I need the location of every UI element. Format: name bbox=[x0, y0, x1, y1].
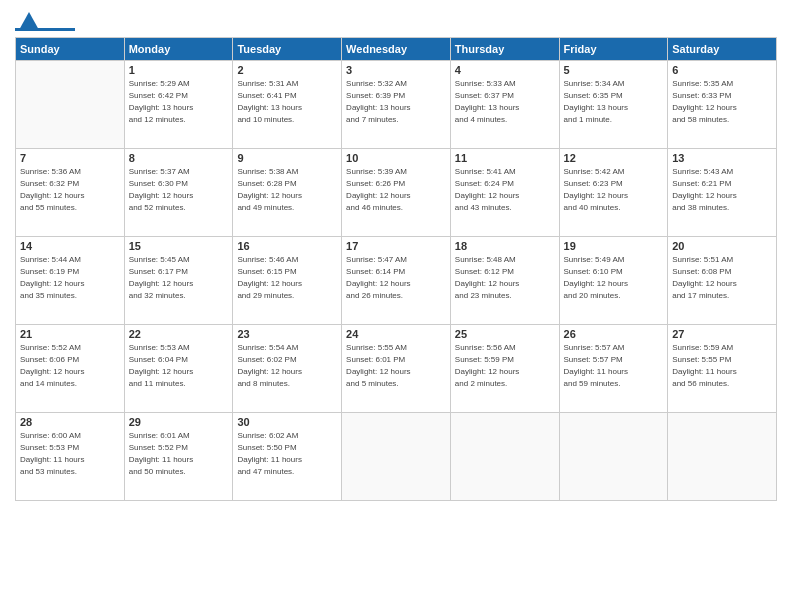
calendar-cell: 18Sunrise: 5:48 AM Sunset: 6:12 PM Dayli… bbox=[450, 237, 559, 325]
calendar-cell: 15Sunrise: 5:45 AM Sunset: 6:17 PM Dayli… bbox=[124, 237, 233, 325]
day-number: 13 bbox=[672, 152, 772, 164]
day-info: Sunrise: 5:47 AM Sunset: 6:14 PM Dayligh… bbox=[346, 254, 446, 302]
day-number: 15 bbox=[129, 240, 229, 252]
calendar-cell bbox=[668, 413, 777, 501]
day-info: Sunrise: 5:38 AM Sunset: 6:28 PM Dayligh… bbox=[237, 166, 337, 214]
calendar-cell: 19Sunrise: 5:49 AM Sunset: 6:10 PM Dayli… bbox=[559, 237, 668, 325]
day-info: Sunrise: 5:53 AM Sunset: 6:04 PM Dayligh… bbox=[129, 342, 229, 390]
week-row-1: 1Sunrise: 5:29 AM Sunset: 6:42 PM Daylig… bbox=[16, 61, 777, 149]
day-info: Sunrise: 5:43 AM Sunset: 6:21 PM Dayligh… bbox=[672, 166, 772, 214]
day-number: 21 bbox=[20, 328, 120, 340]
day-info: Sunrise: 5:29 AM Sunset: 6:42 PM Dayligh… bbox=[129, 78, 229, 126]
day-number: 14 bbox=[20, 240, 120, 252]
calendar-cell: 2Sunrise: 5:31 AM Sunset: 6:41 PM Daylig… bbox=[233, 61, 342, 149]
page-container: SundayMondayTuesdayWednesdayThursdayFrid… bbox=[0, 0, 792, 511]
calendar-cell: 7Sunrise: 5:36 AM Sunset: 6:32 PM Daylig… bbox=[16, 149, 125, 237]
calendar-cell: 27Sunrise: 5:59 AM Sunset: 5:55 PM Dayli… bbox=[668, 325, 777, 413]
day-number: 5 bbox=[564, 64, 664, 76]
calendar-cell: 17Sunrise: 5:47 AM Sunset: 6:14 PM Dayli… bbox=[342, 237, 451, 325]
calendar-cell: 1Sunrise: 5:29 AM Sunset: 6:42 PM Daylig… bbox=[124, 61, 233, 149]
calendar-cell: 11Sunrise: 5:41 AM Sunset: 6:24 PM Dayli… bbox=[450, 149, 559, 237]
day-info: Sunrise: 5:52 AM Sunset: 6:06 PM Dayligh… bbox=[20, 342, 120, 390]
day-info: Sunrise: 5:31 AM Sunset: 6:41 PM Dayligh… bbox=[237, 78, 337, 126]
header-row: SundayMondayTuesdayWednesdayThursdayFrid… bbox=[16, 38, 777, 61]
day-number: 16 bbox=[237, 240, 337, 252]
day-number: 27 bbox=[672, 328, 772, 340]
day-number: 28 bbox=[20, 416, 120, 428]
day-info: Sunrise: 5:59 AM Sunset: 5:55 PM Dayligh… bbox=[672, 342, 772, 390]
day-info: Sunrise: 5:54 AM Sunset: 6:02 PM Dayligh… bbox=[237, 342, 337, 390]
week-row-4: 21Sunrise: 5:52 AM Sunset: 6:06 PM Dayli… bbox=[16, 325, 777, 413]
calendar-cell: 25Sunrise: 5:56 AM Sunset: 5:59 PM Dayli… bbox=[450, 325, 559, 413]
calendar-cell: 10Sunrise: 5:39 AM Sunset: 6:26 PM Dayli… bbox=[342, 149, 451, 237]
day-info: Sunrise: 5:39 AM Sunset: 6:26 PM Dayligh… bbox=[346, 166, 446, 214]
calendar-cell: 12Sunrise: 5:42 AM Sunset: 6:23 PM Dayli… bbox=[559, 149, 668, 237]
calendar-cell: 5Sunrise: 5:34 AM Sunset: 6:35 PM Daylig… bbox=[559, 61, 668, 149]
calendar-cell: 26Sunrise: 5:57 AM Sunset: 5:57 PM Dayli… bbox=[559, 325, 668, 413]
calendar-cell: 9Sunrise: 5:38 AM Sunset: 6:28 PM Daylig… bbox=[233, 149, 342, 237]
logo bbox=[15, 10, 75, 31]
calendar-cell bbox=[342, 413, 451, 501]
day-number: 3 bbox=[346, 64, 446, 76]
day-number: 25 bbox=[455, 328, 555, 340]
calendar-cell: 30Sunrise: 6:02 AM Sunset: 5:50 PM Dayli… bbox=[233, 413, 342, 501]
day-number: 6 bbox=[672, 64, 772, 76]
calendar-table: SundayMondayTuesdayWednesdayThursdayFrid… bbox=[15, 37, 777, 501]
day-info: Sunrise: 5:37 AM Sunset: 6:30 PM Dayligh… bbox=[129, 166, 229, 214]
calendar-cell: 24Sunrise: 5:55 AM Sunset: 6:01 PM Dayli… bbox=[342, 325, 451, 413]
calendar-cell: 28Sunrise: 6:00 AM Sunset: 5:53 PM Dayli… bbox=[16, 413, 125, 501]
calendar-cell bbox=[450, 413, 559, 501]
day-number: 4 bbox=[455, 64, 555, 76]
day-number: 2 bbox=[237, 64, 337, 76]
day-info: Sunrise: 5:35 AM Sunset: 6:33 PM Dayligh… bbox=[672, 78, 772, 126]
logo-block bbox=[15, 10, 75, 31]
day-number: 10 bbox=[346, 152, 446, 164]
day-number: 7 bbox=[20, 152, 120, 164]
day-number: 19 bbox=[564, 240, 664, 252]
day-info: Sunrise: 5:48 AM Sunset: 6:12 PM Dayligh… bbox=[455, 254, 555, 302]
day-info: Sunrise: 5:56 AM Sunset: 5:59 PM Dayligh… bbox=[455, 342, 555, 390]
day-info: Sunrise: 5:33 AM Sunset: 6:37 PM Dayligh… bbox=[455, 78, 555, 126]
day-info: Sunrise: 5:46 AM Sunset: 6:15 PM Dayligh… bbox=[237, 254, 337, 302]
day-number: 29 bbox=[129, 416, 229, 428]
day-info: Sunrise: 5:32 AM Sunset: 6:39 PM Dayligh… bbox=[346, 78, 446, 126]
calendar-cell: 6Sunrise: 5:35 AM Sunset: 6:33 PM Daylig… bbox=[668, 61, 777, 149]
day-number: 20 bbox=[672, 240, 772, 252]
day-header-tuesday: Tuesday bbox=[233, 38, 342, 61]
day-info: Sunrise: 5:36 AM Sunset: 6:32 PM Dayligh… bbox=[20, 166, 120, 214]
calendar-cell bbox=[559, 413, 668, 501]
day-info: Sunrise: 5:51 AM Sunset: 6:08 PM Dayligh… bbox=[672, 254, 772, 302]
day-header-thursday: Thursday bbox=[450, 38, 559, 61]
day-info: Sunrise: 5:45 AM Sunset: 6:17 PM Dayligh… bbox=[129, 254, 229, 302]
day-info: Sunrise: 5:55 AM Sunset: 6:01 PM Dayligh… bbox=[346, 342, 446, 390]
day-header-wednesday: Wednesday bbox=[342, 38, 451, 61]
calendar-cell: 16Sunrise: 5:46 AM Sunset: 6:15 PM Dayli… bbox=[233, 237, 342, 325]
page-header bbox=[15, 10, 777, 31]
calendar-cell: 22Sunrise: 5:53 AM Sunset: 6:04 PM Dayli… bbox=[124, 325, 233, 413]
calendar-cell bbox=[16, 61, 125, 149]
day-number: 1 bbox=[129, 64, 229, 76]
day-info: Sunrise: 5:57 AM Sunset: 5:57 PM Dayligh… bbox=[564, 342, 664, 390]
day-header-monday: Monday bbox=[124, 38, 233, 61]
calendar-cell: 3Sunrise: 5:32 AM Sunset: 6:39 PM Daylig… bbox=[342, 61, 451, 149]
day-info: Sunrise: 6:00 AM Sunset: 5:53 PM Dayligh… bbox=[20, 430, 120, 478]
calendar-cell: 14Sunrise: 5:44 AM Sunset: 6:19 PM Dayli… bbox=[16, 237, 125, 325]
day-header-saturday: Saturday bbox=[668, 38, 777, 61]
calendar-cell: 21Sunrise: 5:52 AM Sunset: 6:06 PM Dayli… bbox=[16, 325, 125, 413]
calendar-cell: 8Sunrise: 5:37 AM Sunset: 6:30 PM Daylig… bbox=[124, 149, 233, 237]
logo-underline bbox=[15, 28, 75, 31]
week-row-3: 14Sunrise: 5:44 AM Sunset: 6:19 PM Dayli… bbox=[16, 237, 777, 325]
day-number: 17 bbox=[346, 240, 446, 252]
day-info: Sunrise: 6:01 AM Sunset: 5:52 PM Dayligh… bbox=[129, 430, 229, 478]
day-info: Sunrise: 5:41 AM Sunset: 6:24 PM Dayligh… bbox=[455, 166, 555, 214]
week-row-2: 7Sunrise: 5:36 AM Sunset: 6:32 PM Daylig… bbox=[16, 149, 777, 237]
calendar-cell: 23Sunrise: 5:54 AM Sunset: 6:02 PM Dayli… bbox=[233, 325, 342, 413]
day-info: Sunrise: 6:02 AM Sunset: 5:50 PM Dayligh… bbox=[237, 430, 337, 478]
day-number: 9 bbox=[237, 152, 337, 164]
day-number: 12 bbox=[564, 152, 664, 164]
day-header-friday: Friday bbox=[559, 38, 668, 61]
calendar-cell: 20Sunrise: 5:51 AM Sunset: 6:08 PM Dayli… bbox=[668, 237, 777, 325]
day-number: 8 bbox=[129, 152, 229, 164]
day-info: Sunrise: 5:34 AM Sunset: 6:35 PM Dayligh… bbox=[564, 78, 664, 126]
day-info: Sunrise: 5:49 AM Sunset: 6:10 PM Dayligh… bbox=[564, 254, 664, 302]
